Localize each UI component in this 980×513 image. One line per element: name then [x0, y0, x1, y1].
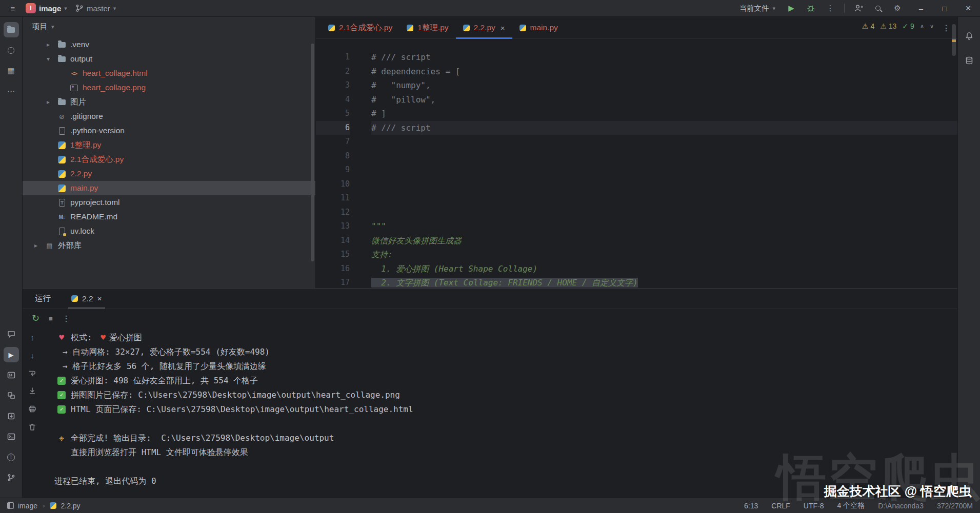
caret-position[interactable]: 6:13	[744, 502, 758, 510]
close-tab-icon[interactable]: ×	[97, 294, 102, 303]
titlebar-right: 当前文件 ▾ ▶ ⋮ ⚙ – □ ×	[735, 0, 980, 16]
terminal-toolwindow-button[interactable]	[4, 429, 19, 444]
text-file-icon	[59, 127, 65, 135]
vcs-branch-widget[interactable]: master ▾	[72, 1, 119, 15]
problems-toolwindow-button[interactable]: !	[4, 449, 19, 465]
tab-main-py[interactable]: main.py	[512, 17, 565, 38]
code-with-me-button[interactable]	[851, 1, 866, 15]
services-toolwindow-button[interactable]	[4, 388, 19, 403]
line-separator[interactable]: CRLF	[771, 502, 790, 510]
tree-item-python-version[interactable]: .python-version	[23, 124, 315, 138]
tree-item-heart-collage-png[interactable]: heart_collage.png	[23, 80, 315, 95]
tree-item-external-libraries[interactable]: ▸ ▤ 外部库	[23, 238, 315, 253]
chevron-right-icon[interactable]: ▸	[43, 98, 53, 106]
search-everywhere-button[interactable]	[870, 1, 886, 15]
more-actions-button[interactable]: ⋮	[823, 1, 838, 15]
editor-gutter: 1 2 3 4 5 6 7 8 9 10 11 12 13	[316, 50, 365, 288]
run-button[interactable]: ▶	[784, 1, 799, 15]
tree-item-1zhengli-py[interactable]: 1整理.py	[23, 138, 315, 152]
inspection-widget[interactable]: ⚠4 ⚠13 ✓9 ∧ ∨	[862, 22, 934, 30]
services-icon	[7, 392, 15, 400]
toolwindow-quick-access-icon[interactable]	[7, 502, 14, 509]
clear-console-button[interactable]	[27, 421, 38, 433]
down-stack-trace-button[interactable]: ↓	[27, 350, 38, 361]
up-stack-trace-button[interactable]: ↑	[27, 332, 38, 343]
ai-assistant-button[interactable]	[4, 326, 19, 342]
run-configuration-selector[interactable]: 当前文件 ▾	[735, 1, 779, 15]
project-panel-header[interactable]: 项目 ▾	[23, 17, 315, 36]
breadcrumb-file[interactable]: 2.2.py	[61, 502, 80, 510]
python-packages-button[interactable]	[4, 408, 19, 424]
scroll-end-icon	[28, 387, 36, 395]
tree-item-gitignore[interactable]: ⊘ .gitignore	[23, 109, 315, 124]
project-widget[interactable]: I image ▾	[23, 1, 70, 15]
rerun-button[interactable]: ↻	[32, 313, 39, 324]
notifications-button[interactable]	[962, 28, 977, 44]
more-options-button[interactable]: ⋮	[62, 314, 70, 323]
more-toolwindows-button[interactable]: ⋯	[4, 84, 19, 99]
tree-item-pictures-folder[interactable]: ▸ 图片	[23, 95, 315, 109]
database-toolwindow-button[interactable]	[962, 53, 977, 68]
chevron-down-icon[interactable]: ▾	[43, 55, 53, 63]
close-button[interactable]: ×	[956, 0, 980, 16]
stop-button[interactable]: ■	[49, 315, 53, 322]
warning-icon: ⚠	[880, 22, 887, 30]
tree-item-venv[interactable]: ▸ .venv	[23, 37, 315, 52]
python-file-icon	[58, 141, 66, 149]
tree-item-pyproject-toml[interactable]: T pyproject.toml	[23, 195, 315, 210]
indent-style[interactable]: 4 个空格	[837, 501, 865, 510]
main-menu-button[interactable]: ≡	[5, 1, 21, 15]
minimize-button[interactable]: –	[909, 0, 933, 16]
tree-item-uv-lock[interactable]: uv.lock	[23, 224, 315, 238]
python-interpreter[interactable]: D:\Anaconda3	[878, 502, 924, 510]
more-horizontal-icon: ⋯	[7, 87, 15, 96]
memory-indicator[interactable]: 372/2700M	[937, 502, 973, 510]
chat-icon	[7, 330, 15, 338]
maximize-button[interactable]: □	[933, 0, 956, 16]
project-scrollbar[interactable]	[311, 44, 314, 261]
tree-item-readme-md[interactable]: M↓ README.md	[23, 210, 315, 224]
python-console-button[interactable]	[4, 367, 19, 383]
upper-area: 项目 ▾ ▸ .venv ▾ output	[23, 17, 957, 288]
next-problem-icon[interactable]: ∨	[930, 23, 934, 30]
chevron-right-icon[interactable]: ▸	[43, 41, 53, 48]
file-encoding[interactable]: UTF-8	[804, 502, 824, 510]
previous-problem-icon[interactable]: ∧	[920, 23, 924, 30]
run-tab-22[interactable]: 2.2 ×	[68, 289, 105, 309]
bell-icon	[965, 32, 973, 40]
tab-22-py[interactable]: 2.2.py ×	[456, 17, 512, 38]
window-controls: – □ ×	[909, 0, 980, 16]
commit-toolwindow-button[interactable]	[4, 43, 19, 58]
run-content: ↑ ↓	[23, 327, 957, 498]
tab-list-button[interactable]: ⋮	[942, 17, 950, 39]
tab-1zhengli-py[interactable]: 1整理.py	[399, 17, 455, 38]
tab-21hecheng-py[interactable]: 2.1合成爱心.py	[321, 17, 399, 38]
tree-item-22-py[interactable]: 2.2.py	[23, 167, 315, 181]
print-button[interactable]	[27, 403, 38, 415]
settings-button[interactable]: ⚙	[890, 1, 905, 15]
search-icon	[875, 6, 881, 11]
soft-wrap-button[interactable]	[27, 367, 38, 379]
run-toolwindow-button[interactable]: ▶	[4, 347, 19, 362]
structure-toolwindow-button[interactable]: ▦	[4, 63, 19, 78]
console-output[interactable]: ♥ 模式: ♥爱心拼图 → 自动网格: 32×27, 爱心格子数=554 (好友…	[42, 327, 957, 498]
gear-icon: ⚙	[894, 4, 901, 13]
breadcrumb-root[interactable]: image	[18, 502, 37, 510]
console-toolbar: ↑ ↓	[23, 327, 42, 498]
tree-item-output[interactable]: ▾ output	[23, 52, 315, 66]
database-icon	[965, 56, 973, 65]
code-editor[interactable]: 1 2 3 4 5 6 7 8 9 10 11 12 13	[316, 39, 957, 288]
debug-button[interactable]	[803, 1, 818, 15]
scroll-to-end-button[interactable]	[27, 385, 38, 397]
tree-item-main-py[interactable]: main.py	[23, 181, 315, 195]
version-control-button[interactable]	[4, 470, 19, 485]
success-check-icon: ✓	[57, 405, 66, 414]
project-avatar: I	[26, 3, 36, 13]
close-tab-icon[interactable]: ×	[501, 24, 505, 32]
tree-item-21hecheng-py[interactable]: 2.1合成爱心.py	[23, 152, 315, 167]
package-icon	[7, 412, 15, 420]
chevron-right-icon[interactable]: ▸	[31, 242, 41, 249]
chevron-down-icon: ▾	[113, 5, 116, 12]
project-toolwindow-button[interactable]	[4, 22, 19, 37]
tree-item-heart-collage-html[interactable]: <> heart_collage.html	[23, 66, 315, 80]
